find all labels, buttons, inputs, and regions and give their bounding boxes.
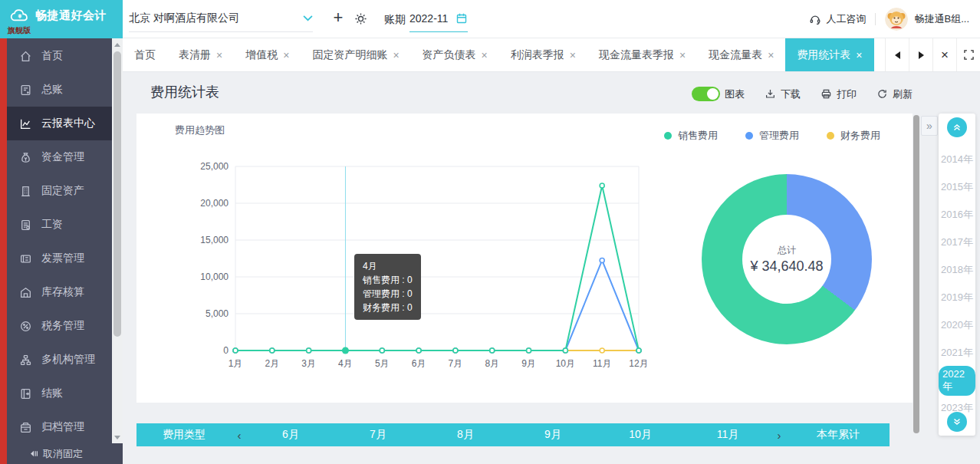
tab-close-icon[interactable]: × xyxy=(856,50,862,61)
sidebar-item-label: 发票管理 xyxy=(41,252,84,265)
year-item[interactable]: 2016年 xyxy=(939,201,975,229)
year-item[interactable]: 2017年 xyxy=(939,229,975,256)
table-header-month: 11月 xyxy=(684,428,771,442)
years-scroll-up-button[interactable] xyxy=(947,117,967,137)
sidebar-item-label: 工资 xyxy=(41,218,63,232)
sidebar-item[interactable]: 首页 xyxy=(0,39,112,73)
table-header-month: 6月 xyxy=(247,428,334,442)
tab-controls: × xyxy=(885,38,980,71)
tab[interactable]: 资产负债表× xyxy=(411,38,499,71)
donut-total-value: ¥ 34,640.48 xyxy=(750,258,823,275)
svg-text:20,000: 20,000 xyxy=(200,198,229,209)
sidebar-item-label: 首页 xyxy=(41,49,63,63)
unpin-sidebar-button[interactable]: 取消固定 xyxy=(0,443,112,464)
sidebar-item[interactable]: 结账 xyxy=(0,377,112,410)
main-scrollbar-thumb[interactable] xyxy=(913,115,919,433)
triangle-left-icon xyxy=(895,51,900,59)
year-item[interactable]: 2020年 xyxy=(939,311,975,339)
inventory-icon xyxy=(18,285,32,299)
svg-text:10,000: 10,000 xyxy=(200,271,229,282)
svg-text:2月: 2月 xyxy=(265,358,279,369)
sidebar-item[interactable]: 归档管理 xyxy=(0,410,112,444)
tab[interactable]: 表清册× xyxy=(167,38,234,71)
donut-total-label: 总计 xyxy=(778,244,796,257)
svg-text:9月: 9月 xyxy=(521,358,536,369)
donut-chart[interactable]: 总计 ¥ 34,640.48 xyxy=(702,174,872,344)
sidebar-item-label: 资金管理 xyxy=(41,150,84,164)
sidebar-item[interactable]: 库存核算 xyxy=(0,275,112,309)
tab[interactable]: 固定资产明细账× xyxy=(301,38,410,71)
collapse-year-panel-button[interactable]: » xyxy=(921,116,938,136)
year-item[interactable]: 2014年 xyxy=(939,146,975,173)
svg-text:11月: 11月 xyxy=(593,358,611,369)
table-scroll-right-icon[interactable]: › xyxy=(771,429,787,442)
table-scroll-left-icon[interactable]: ‹ xyxy=(232,429,247,442)
refresh-button[interactable]: 刷新 xyxy=(876,87,913,101)
years-scroll-down-button[interactable] xyxy=(947,412,967,432)
tab-close-icon[interactable]: × xyxy=(283,50,289,61)
tab[interactable]: 利润表季报× xyxy=(499,38,587,71)
svg-text:25,000: 25,000 xyxy=(200,161,229,172)
period-selector[interactable]: 2022-11 xyxy=(409,5,468,32)
download-icon xyxy=(765,88,776,100)
year-item[interactable]: 2015年 xyxy=(939,173,975,201)
support-button[interactable]: 人工咨询 xyxy=(809,12,866,26)
tab-close-icon[interactable]: × xyxy=(768,50,774,61)
tab[interactable]: 首页 xyxy=(123,38,167,71)
sidebar-item[interactable]: 工资 xyxy=(0,208,112,242)
print-icon xyxy=(821,88,832,100)
year-item[interactable]: 2022年 xyxy=(939,367,975,394)
tab-close-icon[interactable]: × xyxy=(570,50,576,61)
chart-toggle[interactable] xyxy=(692,87,720,101)
sidebar-item-label: 库存核算 xyxy=(41,285,84,299)
year-item[interactable]: 2021年 xyxy=(939,339,975,367)
tabs-scroll-left-button[interactable] xyxy=(885,38,909,71)
svg-text:3月: 3月 xyxy=(301,358,316,369)
close-all-tabs-button[interactable]: × xyxy=(932,38,956,71)
tab[interactable]: 现金流量表季报× xyxy=(587,38,697,71)
print-button[interactable]: 打印 xyxy=(821,87,857,101)
avatar[interactable] xyxy=(885,8,908,31)
tab-close-icon[interactable]: × xyxy=(482,50,488,61)
sidebar-scrollbar[interactable] xyxy=(112,38,123,443)
sidebar-item[interactable]: 固定资产 xyxy=(0,174,112,208)
download-button[interactable]: 下载 xyxy=(765,87,801,101)
year-item[interactable]: 2018年 xyxy=(939,256,975,284)
fullscreen-button[interactable] xyxy=(956,38,980,71)
tabs-scroll-right-button[interactable] xyxy=(909,38,932,71)
tab[interactable]: 费用统计表× xyxy=(785,38,873,71)
svg-text:10月: 10月 xyxy=(556,358,575,369)
tab-close-icon[interactable]: × xyxy=(393,50,399,61)
sidebar-item[interactable]: 总账 xyxy=(0,73,112,107)
scrollbar-up-arrow[interactable] xyxy=(112,39,123,50)
refresh-icon xyxy=(876,88,888,100)
scrollbar-down-arrow[interactable] xyxy=(112,432,123,443)
app-logo[interactable]: 畅捷通好会计 旗舰版 xyxy=(0,0,123,38)
sidebar-item[interactable]: 发票管理 xyxy=(0,242,112,275)
sidebar-item[interactable]: 税务管理 xyxy=(0,309,112,343)
scrollbar-thumb[interactable] xyxy=(113,51,121,337)
closing-icon xyxy=(18,387,32,400)
sidebar-item[interactable]: 多机构管理 xyxy=(0,343,112,377)
gear-icon[interactable] xyxy=(354,12,368,26)
ledger-icon xyxy=(18,83,32,97)
company-selector[interactable]: 北京 对啊酒店有限公司 xyxy=(129,5,313,32)
tab-close-icon[interactable]: × xyxy=(216,50,222,61)
tab[interactable]: 增值税× xyxy=(234,38,301,71)
sidebar-item-label: 税务管理 xyxy=(41,319,84,333)
sidebar-item[interactable]: 云报表中心 xyxy=(0,107,112,140)
company-name: 北京 对啊酒店有限公司 xyxy=(129,12,239,25)
tab-label: 固定资产明细账 xyxy=(312,48,387,62)
tab[interactable]: 现金流量表× xyxy=(697,38,785,71)
tab-bar: 首页表清册×增值税×固定资产明细账×资产负债表×利润表季报×现金流量表季报×现金… xyxy=(123,38,980,72)
left-red-strip xyxy=(0,38,7,464)
sidebar-item[interactable]: 资金管理 xyxy=(0,140,112,174)
year-item[interactable]: 2019年 xyxy=(939,284,975,311)
tab-label: 现金流量表 xyxy=(709,48,762,62)
tab-close-icon[interactable]: × xyxy=(679,50,686,61)
cloud-report-icon xyxy=(18,117,32,130)
add-account-button[interactable]: + xyxy=(328,8,348,28)
user-name[interactable]: 畅捷通B组... xyxy=(914,12,969,26)
top-bar-right: 人工咨询 畅捷通B组... xyxy=(809,0,969,38)
table-header-month: 8月 xyxy=(422,428,509,442)
